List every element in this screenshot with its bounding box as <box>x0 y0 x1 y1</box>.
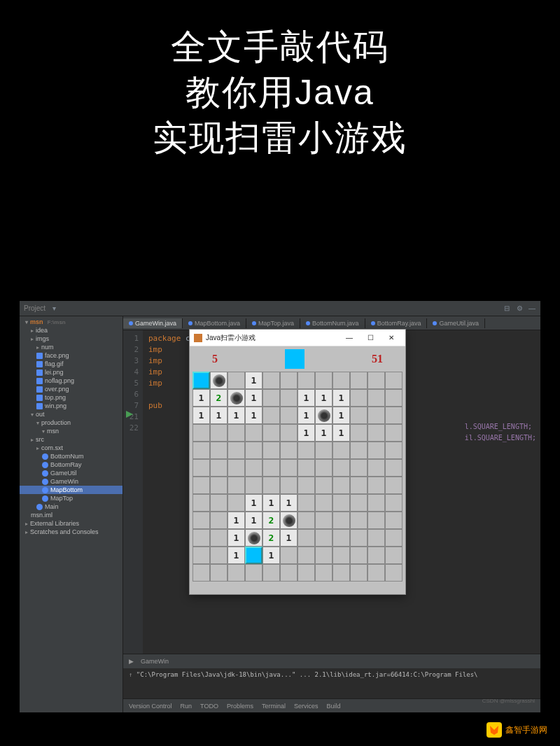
mine-cell[interactable] <box>280 477 298 494</box>
mine-cell[interactable] <box>245 442 262 459</box>
mine-cell[interactable]: 1 <box>227 512 245 529</box>
mine-cell[interactable] <box>350 564 368 582</box>
mine-cell[interactable]: 2 <box>262 529 280 547</box>
close-button[interactable]: ✕ <box>382 332 401 344</box>
mine-cell[interactable] <box>227 477 245 494</box>
mine-cell[interactable]: 1 <box>262 494 280 512</box>
mine-cell[interactable] <box>385 424 402 442</box>
mine-cell[interactable] <box>192 477 210 494</box>
mine-cell[interactable] <box>332 494 350 512</box>
mine-cell[interactable]: 1 <box>280 494 298 512</box>
statusbar-item[interactable]: Version Control <box>129 703 172 710</box>
mine-cell[interactable] <box>210 459 227 477</box>
mine-cell[interactable] <box>210 494 227 512</box>
mine-cell[interactable] <box>332 512 350 529</box>
mine-cell[interactable] <box>245 477 262 494</box>
mine-cell[interactable] <box>350 477 368 494</box>
mine-cell[interactable] <box>332 442 350 459</box>
reset-button[interactable] <box>285 349 304 369</box>
mine-cell[interactable] <box>210 477 227 494</box>
mine-cell[interactable]: 1 <box>262 547 280 564</box>
mine-cell[interactable] <box>245 564 262 582</box>
mine-cell[interactable] <box>332 459 350 477</box>
mine-cell[interactable] <box>210 512 227 529</box>
tree-item[interactable]: GameWin <box>20 477 122 486</box>
mine-cell[interactable] <box>280 424 298 442</box>
mine-cell[interactable]: 1 <box>280 529 298 547</box>
mine-cell[interactable] <box>315 459 332 477</box>
tree-item[interactable]: flag.gif <box>20 360 122 368</box>
mine-cell[interactable] <box>262 372 280 389</box>
mine-cell[interactable]: 1 <box>298 389 315 407</box>
mine-cell[interactable] <box>315 407 332 424</box>
mine-cell[interactable]: 1 <box>298 424 315 442</box>
mine-cell[interactable] <box>315 529 332 547</box>
collapse-icon[interactable]: ⊟ <box>503 304 511 313</box>
mine-cell[interactable]: 1 <box>332 389 350 407</box>
mine-cell[interactable] <box>280 407 298 424</box>
mine-cell[interactable]: 1 <box>245 407 262 424</box>
mine-cell[interactable] <box>350 529 368 547</box>
tree-item[interactable]: ▸External Libraries <box>20 519 122 528</box>
mine-cell[interactable] <box>332 372 350 389</box>
mine-cell[interactable]: 1 <box>227 529 245 547</box>
mine-cell[interactable] <box>385 459 402 477</box>
mine-cell[interactable] <box>192 529 210 547</box>
mine-cell[interactable] <box>262 564 280 582</box>
tree-item[interactable]: ▸com.sxt <box>20 444 122 452</box>
tree-item[interactable]: ▸num <box>20 343 122 351</box>
mine-cell[interactable] <box>298 494 315 512</box>
mine-cell[interactable] <box>227 424 245 442</box>
tree-item[interactable]: msn.iml <box>20 511 122 519</box>
statusbar-item[interactable]: Run <box>181 703 192 710</box>
hide-icon[interactable]: — <box>528 304 536 313</box>
mine-cell[interactable] <box>350 547 368 564</box>
mine-cell[interactable] <box>245 529 262 547</box>
mine-cell[interactable] <box>350 424 368 442</box>
settings-icon[interactable]: ⚙ <box>515 304 524 313</box>
mine-cell[interactable] <box>262 407 280 424</box>
mine-cell[interactable] <box>192 424 210 442</box>
mine-cell[interactable] <box>368 477 385 494</box>
mine-cell[interactable] <box>350 372 368 389</box>
mine-cell[interactable] <box>227 564 245 582</box>
mine-cell[interactable] <box>192 494 210 512</box>
mine-cell[interactable] <box>298 372 315 389</box>
mine-cell[interactable] <box>210 547 227 564</box>
mine-cell[interactable] <box>385 389 402 407</box>
tree-item[interactable]: BottomNum <box>20 452 122 460</box>
statusbar-item[interactable]: Terminal <box>262 703 286 710</box>
mine-cell[interactable]: 1 <box>298 407 315 424</box>
mine-cell[interactable] <box>385 564 402 582</box>
mine-cell[interactable] <box>227 442 245 459</box>
mine-cell[interactable] <box>210 529 227 547</box>
mine-cell[interactable] <box>368 372 385 389</box>
mine-cell[interactable] <box>227 459 245 477</box>
mine-cell[interactable] <box>315 494 332 512</box>
mine-cell[interactable] <box>298 459 315 477</box>
mine-cell[interactable]: 1 <box>227 547 245 564</box>
mine-cell[interactable] <box>262 459 280 477</box>
mine-cell[interactable] <box>192 372 210 389</box>
mine-cell[interactable]: 1 <box>315 389 332 407</box>
mine-cell[interactable] <box>385 372 402 389</box>
mine-cell[interactable] <box>280 547 298 564</box>
tree-item[interactable]: over.png <box>20 385 122 393</box>
mine-cell[interactable] <box>350 407 368 424</box>
mine-cell[interactable] <box>350 389 368 407</box>
editor-tab[interactable]: BottomNum.java <box>300 318 365 328</box>
mine-cell[interactable] <box>262 424 280 442</box>
mine-cell[interactable] <box>262 477 280 494</box>
mine-cell[interactable] <box>368 407 385 424</box>
mine-cell[interactable] <box>368 529 385 547</box>
tree-item[interactable]: ▸idea <box>20 326 122 335</box>
mine-cell[interactable] <box>315 442 332 459</box>
mine-cell[interactable] <box>368 512 385 529</box>
mine-cell[interactable]: 2 <box>262 512 280 529</box>
tree-item[interactable]: ▸Scratches and Consoles <box>20 528 122 536</box>
mine-cell[interactable] <box>298 442 315 459</box>
statusbar-item[interactable]: TODO <box>200 703 218 710</box>
mine-cell[interactable] <box>298 564 315 582</box>
mine-cell[interactable] <box>262 442 280 459</box>
tree-item[interactable]: GameUtil <box>20 469 122 477</box>
